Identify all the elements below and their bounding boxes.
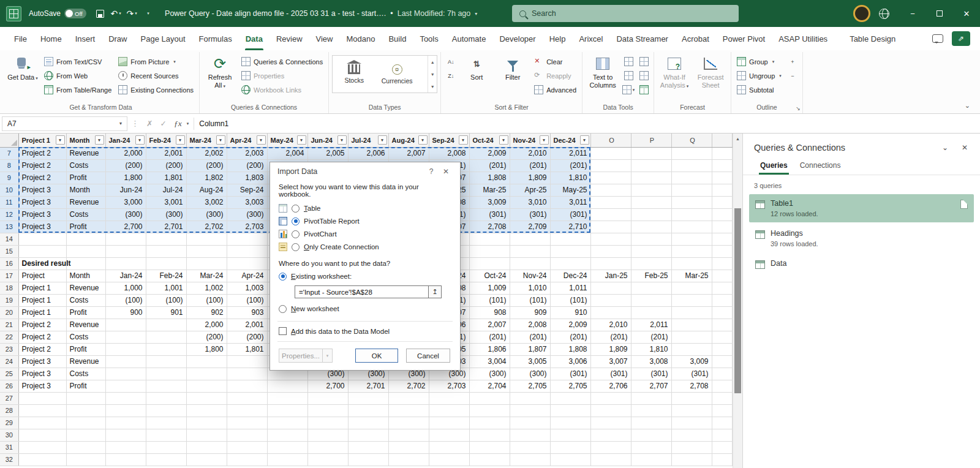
cell[interactable]: Month bbox=[66, 184, 105, 196]
option-table[interactable]: Table bbox=[279, 202, 451, 214]
row-number-32[interactable]: 32 bbox=[0, 453, 18, 466]
cell[interactable]: (100) bbox=[146, 294, 186, 306]
cell[interactable] bbox=[186, 245, 227, 257]
cell[interactable]: Costs bbox=[66, 331, 105, 343]
cell[interactable] bbox=[227, 245, 267, 257]
cell[interactable]: (201) bbox=[469, 159, 510, 172]
cell[interactable] bbox=[631, 208, 671, 221]
cell[interactable]: 3,001 bbox=[146, 196, 186, 208]
cell[interactable] bbox=[712, 184, 733, 196]
cell[interactable] bbox=[469, 233, 510, 245]
range-input[interactable] bbox=[295, 285, 429, 298]
cell[interactable] bbox=[631, 441, 671, 453]
cell[interactable]: Aug-24 bbox=[186, 184, 227, 196]
column-header-apr-24[interactable]: Apr-24▾ bbox=[227, 134, 267, 147]
cell[interactable]: 3,004 bbox=[469, 355, 510, 368]
scrollbar-thumb[interactable] bbox=[734, 208, 741, 393]
cell[interactable] bbox=[510, 392, 550, 404]
cell[interactable] bbox=[671, 441, 712, 453]
cell[interactable] bbox=[105, 417, 146, 429]
tab-file[interactable]: File bbox=[7, 27, 34, 50]
cell[interactable] bbox=[469, 245, 510, 257]
cell[interactable]: 2,705 bbox=[550, 380, 590, 392]
group-button[interactable]: Group▾ bbox=[734, 55, 784, 68]
cell[interactable] bbox=[590, 233, 631, 245]
cell[interactable] bbox=[712, 159, 733, 172]
cell[interactable] bbox=[550, 392, 590, 404]
cell[interactable]: Jan-24 bbox=[105, 270, 146, 282]
cell[interactable] bbox=[469, 257, 510, 270]
cell[interactable] bbox=[146, 404, 186, 417]
maximize-button[interactable] bbox=[926, 0, 953, 27]
tab-developer[interactable]: Developer bbox=[492, 27, 542, 50]
cell[interactable]: 2,006 bbox=[348, 147, 388, 159]
column-header-dec-24[interactable]: Dec-24▾ bbox=[550, 134, 590, 147]
cell[interactable]: Profit bbox=[66, 172, 105, 184]
cell[interactable] bbox=[429, 417, 469, 429]
cell[interactable] bbox=[388, 441, 429, 453]
filter-dropdown-icon[interactable]: ▾ bbox=[580, 135, 589, 145]
cell[interactable]: Project 3 bbox=[18, 221, 66, 233]
cell[interactable]: 3,002 bbox=[186, 196, 227, 208]
formula-content[interactable]: Column1 bbox=[199, 119, 228, 128]
cell[interactable] bbox=[348, 441, 388, 453]
cell[interactable] bbox=[590, 306, 631, 319]
filter-dropdown-icon[interactable]: ▾ bbox=[297, 135, 306, 145]
row-number-13[interactable]: 13 bbox=[0, 221, 18, 233]
cell[interactable]: Dec-24 bbox=[550, 270, 590, 282]
cell[interactable] bbox=[307, 417, 348, 429]
cell[interactable]: Month bbox=[66, 270, 105, 282]
cell[interactable] bbox=[469, 392, 510, 404]
cell[interactable]: Project 1 bbox=[18, 294, 66, 306]
cell[interactable]: Costs bbox=[66, 368, 105, 380]
cell[interactable] bbox=[510, 453, 550, 466]
cell[interactable] bbox=[307, 453, 348, 466]
cell[interactable]: Nov-24 bbox=[510, 270, 550, 282]
column-header-sep-24[interactable]: Sep-24▾ bbox=[429, 134, 469, 147]
cell[interactable]: Project bbox=[18, 270, 66, 282]
column-header-nov-24[interactable]: Nov-24▾ bbox=[510, 134, 550, 147]
cell[interactable] bbox=[712, 147, 733, 159]
cell[interactable] bbox=[590, 159, 631, 172]
cell[interactable] bbox=[712, 355, 733, 368]
cell[interactable]: (101) bbox=[469, 294, 510, 306]
cell[interactable] bbox=[671, 221, 712, 233]
cell[interactable] bbox=[671, 319, 712, 331]
row-number-18[interactable]: 18 bbox=[0, 282, 18, 294]
cell[interactable] bbox=[631, 245, 671, 257]
tab-asap-utilities[interactable]: ASAP Utilities bbox=[772, 27, 834, 50]
filter-dropdown-icon[interactable]: ▾ bbox=[95, 135, 104, 145]
cell[interactable] bbox=[429, 441, 469, 453]
cell[interactable]: (301) bbox=[590, 368, 631, 380]
collapse-ribbon-icon[interactable]: ⌄ bbox=[965, 102, 970, 110]
cell[interactable]: Costs bbox=[66, 294, 105, 306]
cell[interactable]: 1,011 bbox=[550, 282, 590, 294]
cell[interactable]: 2,011 bbox=[631, 319, 671, 331]
cell[interactable]: (200) bbox=[146, 159, 186, 172]
from-web-button[interactable]: From Web bbox=[42, 69, 114, 82]
cell[interactable]: 900 bbox=[105, 306, 146, 319]
cell[interactable] bbox=[671, 159, 712, 172]
cell[interactable]: 910 bbox=[550, 306, 590, 319]
cell[interactable] bbox=[469, 404, 510, 417]
cell[interactable]: 2,703 bbox=[227, 221, 267, 233]
cell[interactable]: 2,007 bbox=[388, 147, 429, 159]
cell[interactable] bbox=[510, 233, 550, 245]
cell[interactable] bbox=[307, 392, 348, 404]
cell[interactable] bbox=[631, 233, 671, 245]
name-box[interactable]: A7 ▾ bbox=[2, 116, 127, 131]
cell[interactable] bbox=[429, 404, 469, 417]
cell[interactable] bbox=[510, 257, 550, 270]
cell[interactable] bbox=[105, 380, 146, 392]
cell[interactable] bbox=[267, 441, 307, 453]
collapse-dialog-icon[interactable]: ↥ bbox=[429, 285, 442, 298]
row-number-23[interactable]: 23 bbox=[0, 343, 18, 355]
cell[interactable] bbox=[146, 257, 186, 270]
tab-data-streamer[interactable]: Data Streamer bbox=[609, 27, 675, 50]
cell[interactable] bbox=[267, 417, 307, 429]
cell[interactable] bbox=[712, 221, 733, 233]
tab-page-layout[interactable]: Page Layout bbox=[134, 27, 192, 50]
cell[interactable]: 3,003 bbox=[227, 196, 267, 208]
cancel-entry-icon[interactable]: ✗ bbox=[143, 119, 156, 128]
cell[interactable]: Mar-25 bbox=[469, 184, 510, 196]
